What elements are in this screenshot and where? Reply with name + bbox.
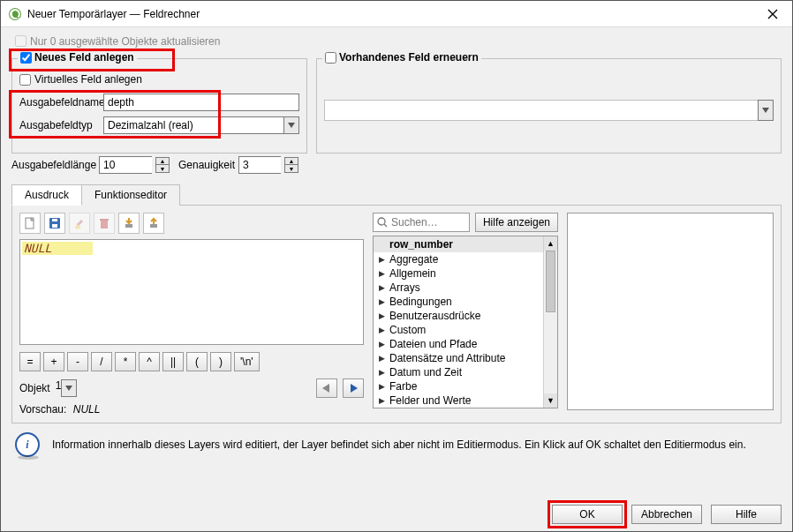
tab-expression[interactable]: Ausdruck	[11, 184, 82, 206]
scroll-track[interactable]	[544, 251, 557, 393]
app-logo-icon	[8, 7, 22, 21]
tree-item[interactable]: ▶Custom	[374, 323, 557, 337]
scroll-thumb[interactable]	[546, 251, 555, 312]
op-divide[interactable]: /	[91, 352, 112, 371]
close-icon[interactable]	[760, 7, 785, 21]
tree-item[interactable]: ▶Datensätze und Attribute	[374, 351, 557, 365]
preview-value: NULL	[73, 403, 101, 416]
function-column: Suchen… Hilfe anzeigen row_number ▶Aggre…	[373, 213, 558, 416]
new-field-label: Neues Feld anlegen	[34, 51, 134, 64]
help-column	[567, 213, 774, 416]
prev-feature-button[interactable]	[316, 378, 337, 398]
function-search-input[interactable]: Suchen…	[373, 213, 470, 232]
new-field-checkbox[interactable]	[20, 52, 32, 64]
scroll-up-icon[interactable]: ▲	[544, 236, 557, 251]
chevron-right-icon: ▶	[377, 368, 386, 377]
editor-area: NULL = + - / * ^ || ( ) '\n'	[19, 213, 774, 416]
tab-function-editor[interactable]: Funktionseditor	[81, 184, 180, 206]
help-text-area	[567, 213, 774, 410]
expression-null-token: NULL	[22, 242, 93, 255]
update-field-checkbox[interactable]	[325, 52, 336, 64]
help-button[interactable]: Hilfe	[711, 505, 782, 524]
function-search-row: Suchen… Hilfe anzeigen	[373, 213, 558, 232]
svg-rect-4	[52, 219, 57, 221]
info-icon: i	[15, 432, 40, 457]
chevron-down-icon[interactable]	[61, 379, 77, 397]
show-help-button[interactable]: Hilfe anzeigen	[475, 213, 558, 232]
chevron-down-icon[interactable]	[758, 100, 774, 121]
virtual-field-checkbox[interactable]	[19, 74, 31, 86]
output-length-label: Ausgabefeldlänge	[11, 159, 95, 171]
tree-item[interactable]: ▶Bedingungen	[374, 295, 557, 309]
op-concat[interactable]: ||	[162, 352, 184, 371]
output-length-input[interactable]: 10	[99, 156, 152, 174]
chevron-right-icon: ▶	[377, 255, 386, 264]
import-icon[interactable]	[118, 213, 140, 234]
dialog-window: Neuer Temporärlayer — Feldrechner Nur 0 …	[0, 0, 793, 532]
info-text: Information innerhalb dieses Layers wird…	[52, 438, 746, 451]
tree-item[interactable]: ▶Aggregate	[374, 252, 557, 266]
preview-label: Vorschau:	[19, 403, 66, 416]
tree-item[interactable]: ▶Arrays	[374, 281, 557, 295]
update-field-group-title[interactable]: Vorhandenes Feld erneuern	[322, 51, 481, 64]
output-type-label: Ausgabefeldtyp	[19, 119, 103, 131]
op-multiply[interactable]: *	[115, 352, 136, 371]
precision-input[interactable]: 3	[238, 156, 281, 174]
precision-spinner[interactable]: ▲▼	[284, 157, 298, 173]
op-paren-close[interactable]: )	[210, 352, 231, 371]
update-field-select[interactable]	[324, 100, 774, 121]
tree-item[interactable]: ▶Geometrie	[374, 408, 557, 408]
dialog-buttons: OK Abbrechen Hilfe	[552, 505, 782, 524]
field-groups-row: Neues Feld anlegen Virtuelles Feld anleg…	[11, 51, 782, 154]
chevron-right-icon: ▶	[377, 311, 386, 320]
tree-item[interactable]: ▶Felder und Werte	[374, 393, 557, 408]
virtual-field-label: Virtuelles Feld anlegen	[34, 73, 142, 86]
op-paren-open[interactable]: (	[186, 352, 208, 371]
export-icon[interactable]	[143, 213, 164, 234]
search-icon	[377, 217, 388, 228]
output-name-input[interactable]: depth	[103, 94, 299, 111]
op-newline[interactable]: '\n'	[234, 352, 260, 371]
op-minus[interactable]: -	[67, 352, 88, 371]
scroll-down-icon[interactable]: ▼	[544, 393, 557, 408]
length-spinner[interactable]: ▲▼	[155, 157, 170, 173]
cancel-button[interactable]: Abbrechen	[631, 505, 702, 524]
tree-item[interactable]: ▶Datum und Zeit	[374, 365, 557, 379]
tree-item[interactable]: ▶Farbe	[374, 379, 557, 393]
chevron-right-icon: ▶	[377, 269, 386, 278]
svg-rect-7	[125, 224, 132, 228]
svg-rect-8	[150, 224, 157, 228]
expression-column: NULL = + - / * ^ || ( ) '\n'	[19, 213, 364, 416]
expression-textarea[interactable]: NULL	[19, 239, 364, 345]
virtual-field-row: Virtuelles Feld anlegen	[19, 70, 299, 89]
new-file-icon[interactable]	[19, 213, 41, 234]
chevron-down-icon[interactable]	[283, 116, 299, 134]
feature-row: Objekt 1	[19, 378, 364, 398]
output-type-select[interactable]: Dezimalzahl (real)	[103, 116, 299, 134]
output-name-row: Ausgabefeldname depth	[19, 93, 299, 112]
chevron-right-icon: ▶	[377, 396, 386, 405]
tree-item[interactable]: ▶Dateien und Pfade	[374, 337, 557, 351]
chevron-right-icon: ▶	[377, 326, 386, 334]
feature-select[interactable]: 1	[56, 379, 311, 397]
tree-item-row-number[interactable]: row_number	[374, 236, 557, 252]
save-icon[interactable]	[44, 213, 65, 234]
expression-panel: NULL = + - / * ^ || ( ) '\n'	[11, 205, 782, 423]
feature-label: Objekt	[19, 382, 50, 394]
delete-icon	[94, 213, 115, 234]
tree-item[interactable]: ▶Benutzerausdrücke	[374, 309, 557, 323]
search-placeholder: Suchen…	[391, 216, 438, 229]
ok-button[interactable]: OK	[552, 505, 623, 524]
next-feature-button[interactable]	[343, 378, 364, 398]
chevron-right-icon: ▶	[377, 382, 386, 391]
new-field-group: Neues Feld anlegen Virtuelles Feld anleg…	[11, 58, 307, 154]
tree-item[interactable]: ▶Allgemein	[374, 266, 557, 281]
update-field-label: Vorhandenes Feld erneuern	[339, 51, 479, 64]
selected-only-label: Nur 0 ausgewählte Objekte aktualisieren	[30, 35, 220, 48]
op-plus[interactable]: +	[43, 352, 64, 371]
op-equals[interactable]: =	[19, 352, 41, 371]
new-field-group-title[interactable]: Neues Feld anlegen	[18, 51, 137, 64]
function-tree[interactable]: row_number ▶Aggregate▶Allgemein▶Arrays▶B…	[373, 236, 558, 408]
op-power[interactable]: ^	[139, 352, 160, 371]
scrollbar[interactable]: ▲ ▼	[543, 236, 557, 408]
